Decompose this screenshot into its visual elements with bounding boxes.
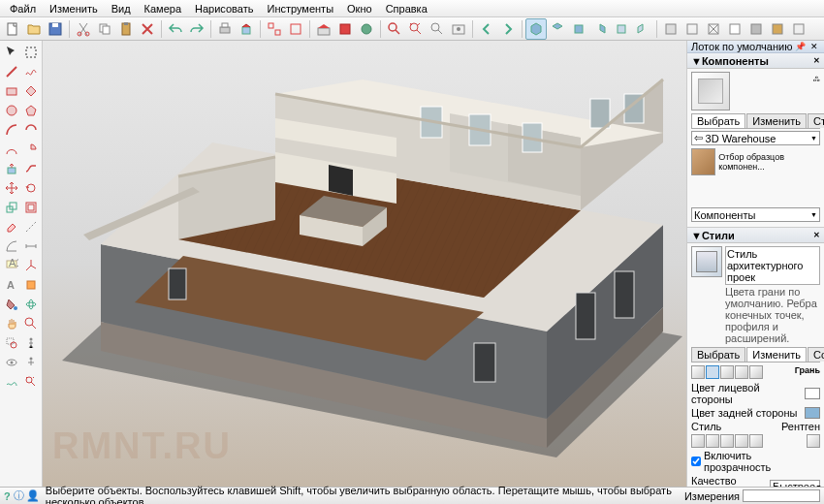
textured-icon[interactable] — [767, 18, 788, 40]
orbit-icon[interactable] — [21, 295, 40, 313]
lasso-icon[interactable] — [21, 43, 40, 61]
face-settings-icon[interactable] — [706, 365, 719, 379]
styles-header[interactable]: ▼ Стили ✕ — [687, 228, 824, 243]
3dtext-icon[interactable]: A — [2, 275, 20, 294]
style-tex-icon[interactable] — [735, 434, 748, 448]
back-color-swatch[interactable] — [805, 407, 820, 419]
cut-icon[interactable] — [73, 18, 94, 40]
tape-icon[interactable] — [21, 217, 40, 236]
polygon-icon[interactable] — [21, 101, 40, 119]
tab-stats[interactable]: Статистика — [808, 113, 824, 128]
hidden-line-icon[interactable] — [724, 18, 745, 40]
model-info-icon[interactable] — [236, 18, 257, 40]
scale-icon[interactable] — [2, 198, 20, 216]
component-icon[interactable] — [285, 18, 306, 40]
style-mono-icon[interactable] — [749, 434, 763, 448]
group-icon[interactable] — [264, 18, 285, 40]
move-icon[interactable] — [2, 178, 20, 197]
menu-tools[interactable]: Инструменты — [261, 2, 339, 16]
menu-draw[interactable]: Нарисовать — [189, 2, 259, 16]
xray-icon[interactable] — [681, 18, 703, 40]
line-icon[interactable] — [2, 62, 20, 80]
zoom-extents-icon[interactable] — [405, 18, 427, 40]
modeling-settings-icon[interactable] — [749, 365, 763, 379]
close-icon[interactable]: ✕ — [813, 231, 820, 239]
tab-select[interactable]: Выбрать — [691, 113, 745, 128]
components-header[interactable]: ▼ Компоненты ✕ — [687, 53, 824, 69]
axes-icon[interactable] — [21, 256, 40, 274]
shaded-icon[interactable] — [745, 18, 767, 40]
add-location-icon[interactable] — [356, 18, 377, 40]
front-icon[interactable] — [568, 18, 589, 40]
wireframe-icon[interactable] — [703, 18, 724, 40]
front-color-swatch[interactable] — [805, 388, 820, 399]
zoom-icon[interactable] — [384, 18, 405, 40]
arc2-icon[interactable] — [21, 120, 40, 139]
help-icon[interactable]: ? — [4, 490, 11, 502]
rotate-icon[interactable] — [21, 178, 40, 197]
tab-edit[interactable]: Изменить — [746, 113, 807, 128]
rectangle-icon[interactable] — [2, 81, 20, 100]
component-thumbnail[interactable] — [691, 72, 730, 110]
style-thumbnail[interactable] — [691, 246, 722, 277]
monochrome-icon[interactable] — [788, 18, 809, 40]
close-icon[interactable]: ✕ — [813, 56, 820, 65]
rotated-rect-icon[interactable] — [21, 81, 40, 100]
copy-icon[interactable] — [94, 18, 115, 40]
delete-icon[interactable] — [137, 18, 158, 40]
back-nav-icon[interactable]: ⇦ — [694, 132, 703, 144]
text-icon[interactable]: A1 — [2, 256, 20, 274]
position-camera-icon[interactable] — [21, 353, 40, 371]
follow-me-icon[interactable] — [21, 159, 40, 177]
sample-thumb[interactable] — [691, 148, 715, 175]
tray-pin-icon[interactable]: 📌 — [795, 41, 807, 52]
print-icon[interactable] — [214, 18, 236, 40]
tab-mix[interactable]: Соединить — [808, 347, 824, 362]
right-icon[interactable] — [589, 18, 611, 40]
circle-icon[interactable] — [2, 101, 20, 119]
bg-settings-icon[interactable] — [720, 365, 734, 379]
style-shaded-icon[interactable] — [720, 434, 734, 448]
paste-icon[interactable] — [115, 18, 137, 40]
menu-window[interactable]: Окно — [341, 2, 378, 16]
offset-icon[interactable] — [21, 198, 40, 216]
measurements-input[interactable] — [743, 489, 820, 502]
section-icon[interactable] — [21, 275, 40, 294]
save-icon[interactable] — [45, 18, 66, 40]
menu-file[interactable]: Файл — [4, 2, 42, 16]
menu-camera[interactable]: Камера — [139, 2, 187, 16]
zoom-window-icon[interactable] — [2, 333, 20, 352]
style-xray-icon[interactable] — [807, 434, 820, 448]
info-icon[interactable]: ⓘ — [14, 488, 24, 503]
component-menu-icon[interactable]: ஃ — [813, 72, 820, 110]
watermark-settings-icon[interactable] — [735, 365, 748, 379]
top-icon[interactable] — [547, 18, 568, 40]
iso-icon[interactable] — [525, 18, 547, 40]
menu-edit[interactable]: Изменить — [44, 2, 104, 16]
dimension-icon[interactable] — [21, 236, 40, 255]
viewport-3d[interactable]: RMNT.RU — [43, 41, 686, 487]
menu-view[interactable]: Вид — [106, 2, 137, 16]
quality-dropdown[interactable]: Быстрее▼ — [770, 480, 820, 487]
style-wire-icon[interactable] — [691, 434, 705, 448]
redo-icon[interactable] — [186, 18, 207, 40]
style-hidden-icon[interactable] — [706, 434, 719, 448]
protractor-icon[interactable] — [2, 236, 20, 255]
select-icon[interactable] — [2, 43, 20, 61]
style-name[interactable]: Стиль архитектурного проек — [725, 246, 820, 285]
undo-icon[interactable] — [165, 18, 186, 40]
warehouse-icon[interactable] — [313, 18, 334, 40]
edge-settings-icon[interactable] — [691, 365, 705, 379]
face-style-icon[interactable] — [660, 18, 681, 40]
paint-icon[interactable] — [2, 295, 20, 313]
transparency-checkbox[interactable]: Включить прозрачность — [691, 450, 820, 473]
pushpull-icon[interactable] — [2, 159, 20, 177]
arc-icon[interactable] — [2, 120, 20, 139]
new-icon[interactable] — [2, 18, 23, 40]
components-footer-dropdown[interactable]: Компоненты ▼ — [691, 207, 820, 222]
left-icon[interactable] — [632, 18, 653, 40]
zoom-selection-icon[interactable] — [427, 18, 448, 40]
tray-header[interactable]: Лоток по умолчанию 📌 ✕ — [687, 41, 824, 53]
menu-help[interactable]: Справка — [380, 2, 433, 16]
source-dropdown[interactable]: ⇦ 3D Warehouse ▼ — [691, 131, 820, 145]
